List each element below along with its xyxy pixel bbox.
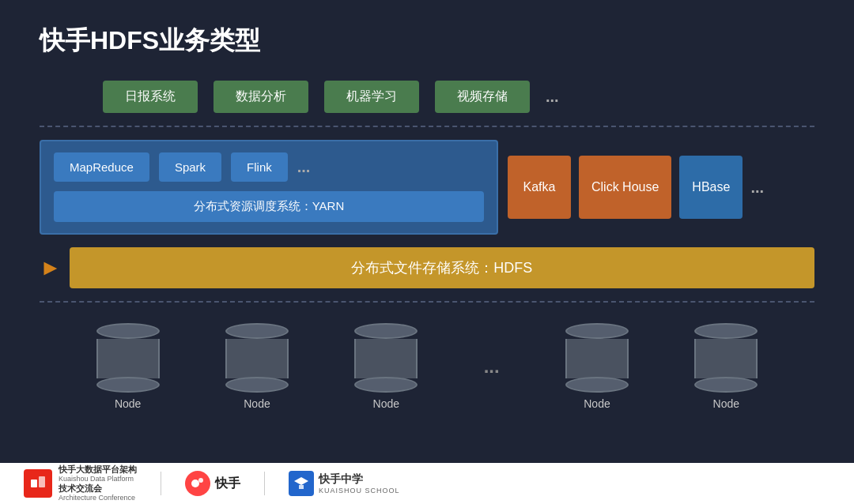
svg-point-2 [191, 480, 199, 487]
school-icon [289, 471, 314, 496]
green-box-2: 数据分析 [214, 81, 308, 113]
clickhouse-box: Click House [579, 156, 671, 219]
conference-text: 快手大数据平台架构 Kuaishou Data Platform 技术交流会 A… [59, 465, 137, 502]
svg-rect-0 [31, 480, 37, 487]
top-divider [40, 126, 814, 127]
conference-icon [24, 469, 52, 498]
node-dots: ... [484, 355, 500, 378]
node-2: Node [225, 323, 289, 410]
arrow-icon: ► [40, 255, 62, 280]
footer: 快手大数据平台架构 Kuaishou Data Platform 技术交流会 A… [0, 463, 854, 504]
yarn-bar: 分布式资源调度系统：YARN [54, 191, 484, 222]
svg-rect-1 [39, 476, 45, 487]
node-4: Node [565, 323, 629, 410]
right-boxes: Kafka Click House HBase ... [508, 140, 764, 235]
cylinder-4 [565, 323, 629, 393]
top-dots: ... [546, 88, 559, 106]
node-3: Node [354, 323, 418, 410]
top-row: 日报系统 数据分析 机器学习 视频存储 ... [40, 81, 814, 113]
green-box-3: 机器学习 [324, 81, 419, 113]
node-5: Node [694, 323, 758, 410]
kuaishou-icon [185, 471, 210, 496]
cylinder-1 [96, 323, 160, 393]
green-box-4: 视频存储 [435, 81, 530, 113]
svg-rect-5 [299, 485, 304, 489]
cylinder-5 [694, 323, 758, 393]
svg-marker-4 [294, 477, 308, 485]
footer-logo-conference: 快手大数据平台架构 Kuaishou Data Platform 技术交流会 A… [24, 465, 137, 502]
node-1: Node [96, 323, 160, 410]
slide: 快手HDFS业务类型 日报系统 数据分析 机器学习 视频存储 ... MapRe… [0, 0, 854, 504]
green-box-1: 日报系统 [103, 81, 198, 113]
svg-point-3 [198, 478, 203, 483]
nodes-row: Node Node Node ... No [40, 315, 814, 410]
spark-box: Spark [159, 152, 221, 182]
footer-divider-1 [161, 472, 161, 495]
kafka-box: Kafka [508, 156, 571, 219]
cylinder-2 [225, 323, 289, 393]
cylinder-3 [354, 323, 418, 393]
hbase-box: HBase [679, 156, 743, 219]
blue-boxes-row: MapReduce Spark Flink ... [54, 152, 484, 182]
footer-divider-2 [264, 472, 265, 495]
left-blue-area: MapReduce Spark Flink ... 分布式资源调度系统：YARN [40, 140, 498, 235]
page-title: 快手HDFS业务类型 [40, 24, 814, 58]
middle-section: MapReduce Spark Flink ... 分布式资源调度系统：YARN… [40, 140, 814, 235]
right-dots: ... [750, 179, 764, 197]
mapreduce-box: MapReduce [54, 152, 149, 182]
hdfs-row: ► 分布式文件存储系统：HDFS [40, 247, 814, 288]
footer-logo-school: 快手中学 KUAISHOU SCHOOL [289, 471, 400, 496]
hdfs-bar: 分布式文件存储系统：HDFS [70, 247, 814, 288]
middle-dots: ... [297, 158, 311, 176]
bottom-divider [40, 301, 814, 303]
flink-box: Flink [231, 152, 288, 182]
footer-logo-kuaishou: 快手 [185, 471, 240, 496]
